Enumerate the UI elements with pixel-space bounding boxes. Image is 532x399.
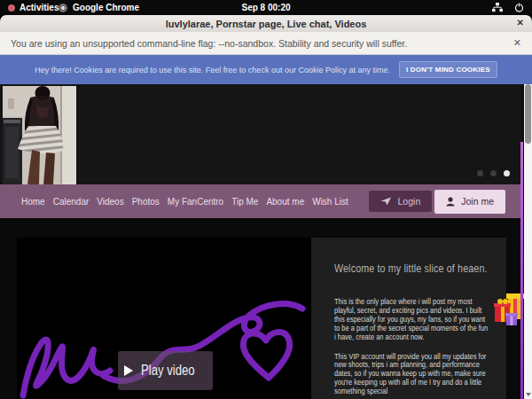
join-me-button[interactable]: Join me (434, 190, 505, 214)
unsupported-flag-infobar: You are using an unsupported command-lin… (0, 32, 532, 55)
page-edge-accent (520, 142, 523, 399)
cookie-accept-button[interactable]: I DON'T MIND COOKIES (399, 61, 497, 78)
app-menu-button[interactable]: Google Chrome (59, 3, 139, 12)
about-panel: Welcome to my little slice of heaen. Thi… (311, 238, 506, 399)
main-content: Play video Welcome to my little slice of… (0, 218, 521, 399)
scrollbar[interactable] (524, 84, 532, 399)
carousel-dot-3-active[interactable] (504, 170, 510, 176)
about-paragraph-1: This is the only place where i will post… (334, 297, 489, 341)
infobar-close-icon[interactable]: ✕ (513, 37, 521, 49)
window-close-button[interactable]: ✕ (517, 18, 524, 27)
power-icon[interactable] (514, 3, 524, 12)
network-icon[interactable] (492, 3, 503, 12)
send-icon (380, 197, 392, 206)
join-me-label: Join me (461, 196, 494, 207)
system-tray[interactable] (492, 3, 524, 12)
login-label: Login (398, 196, 421, 207)
person-icon (446, 197, 455, 207)
carousel-dot-2[interactable] (490, 170, 497, 176)
hero-banner (0, 84, 521, 184)
nav-item-my-fancentro[interactable]: My FanCentro (168, 197, 223, 207)
video-panel: Play video (17, 238, 311, 399)
login-button[interactable]: Login (369, 191, 433, 212)
cookie-consent-bar: Hey there! Cookies are required to use t… (0, 55, 532, 84)
activities-indicator-icon (8, 4, 15, 12)
cookie-message: Hey there! Cookies are required to use t… (35, 66, 390, 74)
carousel-dot-1[interactable] (477, 170, 483, 176)
nav-item-photos[interactable]: Photos (132, 197, 160, 207)
nav-item-tip-me[interactable]: Tip Me (231, 197, 258, 207)
infobar-message: You are using an unsupported command-lin… (11, 38, 407, 49)
play-icon (124, 365, 133, 376)
nav-item-home[interactable]: Home (21, 197, 45, 207)
window-title: luvlylarae, Pornstar page, Live chat, Vi… (166, 19, 367, 29)
play-video-label: Play video (141, 363, 195, 379)
activities-button[interactable]: Activities (8, 3, 59, 12)
system-top-bar: Activities Google Chrome Sep 8 00:20 (0, 0, 532, 15)
nav-item-videos[interactable]: Videos (97, 197, 123, 207)
chrome-icon (59, 4, 67, 12)
site-nav: Home Calendar Videos Photos My FanCentro… (0, 184, 521, 218)
scrollbar-down-arrow-icon[interactable] (526, 393, 531, 396)
nav-item-about-me[interactable]: About me (266, 197, 304, 207)
app-menu-label: Google Chrome (73, 3, 139, 12)
play-video-button[interactable]: Play video (118, 351, 213, 390)
page-viewport: Home Calendar Videos Photos My FanCentro… (0, 84, 532, 399)
clock[interactable]: Sep 8 00:20 (241, 3, 290, 12)
activities-label: Activities (20, 3, 59, 12)
nav-item-calendar[interactable]: Calendar (53, 197, 90, 207)
scrollbar-thumb[interactable] (525, 84, 531, 144)
welcome-heading: Welcome to my little slice of heaen. (334, 262, 503, 275)
hero-photo (3, 86, 76, 184)
window-titlebar: luvlylarae, Pornstar page, Live chat, Vi… (0, 15, 532, 32)
nav-item-wish-list[interactable]: Wish List (312, 197, 348, 207)
about-paragraph-2: This VIP account will provide you all my… (334, 352, 489, 396)
carousel-dots (477, 170, 510, 176)
